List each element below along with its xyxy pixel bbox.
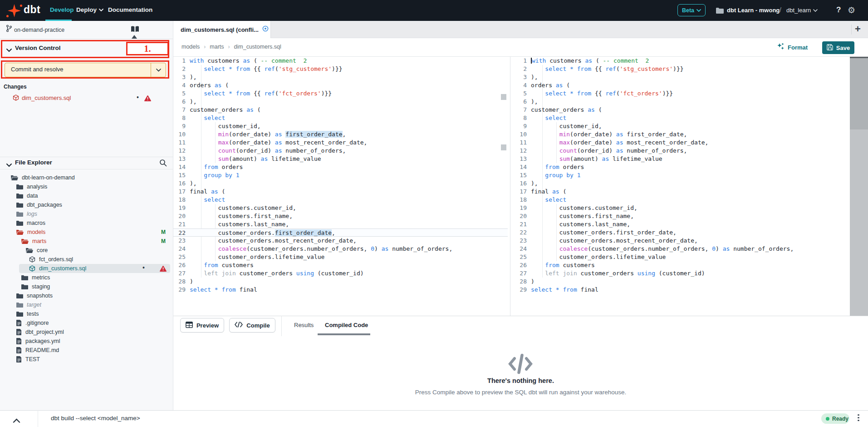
file-tree: dbt-learn-on-demandanalysisdatadbt_packa… [0,173,173,364]
nav-documentation[interactable]: Documentation [108,6,152,13]
tab-dim-customers[interactable]: dim_customers.sql (confli... [173,21,271,38]
tree-item-tests[interactable]: tests [0,309,173,318]
search-icon[interactable] [159,159,167,169]
code-line-6: 6), [515,98,848,106]
branch-name[interactable]: on-demand-practice [14,27,64,33]
format-label: Format [788,44,808,51]
tree-item-.gitignore[interactable]: .gitignore [0,318,173,328]
changes-header: Changes [4,84,27,90]
tree-item-macros[interactable]: macros [0,218,173,228]
code-editor-left-pane[interactable]: 1with customers as ( -- comment 22 selec… [173,57,508,316]
tree-item-label: TEST [25,356,40,362]
breadcrumb-item-dim_customers.sql[interactable]: dim_customers.sql [234,44,281,50]
code-line-22: 22 customer_orders.first_order_date, [173,228,508,237]
save-floppy-icon [827,44,833,52]
divider [851,25,852,35]
gear-icon[interactable]: ⚙ [848,5,855,15]
code-line-28: 28) [515,278,848,286]
nav-develop[interactable]: Develop [50,6,74,13]
tree-item-logs[interactable]: logs [0,209,173,218]
tree-item-label: dbt-learn-on-demand [22,174,75,181]
code-line-15: 15 group by 1 [173,171,508,179]
code-line-18: 18 select [515,196,848,204]
modified-badge: M [161,238,166,244]
code-icon [235,322,243,329]
tree-item-fct_orders.sql[interactable]: fct_orders.sql [0,255,173,264]
ready-status-badge[interactable]: Ready [821,413,849,424]
tree-item-dbt_packages[interactable]: dbt_packages [0,200,173,209]
line-number: 2 [515,65,531,73]
line-number: 25 [515,253,531,261]
tree-item-models[interactable]: modelsM [0,228,173,237]
version-control-header[interactable]: Version Control [15,45,61,51]
code-line-11: 11 max(order_date) as most_recent_order_… [515,139,848,147]
environment-selector[interactable]: dbt_learn [786,7,818,14]
tree-item-dbt_project.yml[interactable]: dbt_project.yml [0,328,173,337]
breadcrumb-item-marts[interactable]: marts [210,44,224,50]
tree-item-dbt-learn-on-demand[interactable]: dbt-learn-on-demand [0,173,173,182]
kebab-menu-icon[interactable] [858,413,859,422]
docs-book-icon[interactable] [131,26,139,35]
warning-icon [144,95,151,103]
breadcrumb-item-models[interactable]: models [181,44,200,50]
line-number: 16 [515,179,531,188]
line-number: 4 [173,81,190,89]
preview-button[interactable]: Preview [180,318,224,333]
tree-item-core[interactable]: core [0,246,173,255]
code-lines: 1with customers as ( -- comment 22 selec… [515,57,848,294]
line-number: 22 [173,229,190,236]
tree-item-marts[interactable]: martsM [0,237,173,246]
tree-item-data[interactable]: data [0,191,173,200]
tree-item-dim_customers.sql[interactable]: dim_customers.sql• [0,264,173,273]
tree-item-README.md[interactable]: README.md [0,346,173,355]
breadcrumb[interactable]: models›marts›dim_customers.sql [181,44,281,50]
command-input[interactable]: dbt build --select <model_name> [51,415,140,422]
file-explorer-header[interactable]: File Explorer [15,159,52,166]
nav-deploy[interactable]: Deploy [76,6,103,13]
new-tab-button[interactable]: + [855,23,861,35]
commit-dropdown-toggle[interactable] [151,63,166,77]
dbt-logo-icon[interactable] [8,4,21,17]
scrollbar-mark[interactable] [501,144,506,150]
chevron-up-icon[interactable] [13,417,20,425]
tree-item-analysis[interactable]: analysis [0,182,173,191]
line-number: 26 [515,261,531,269]
dbt-logo-text[interactable]: dbt [24,4,40,16]
compile-button[interactable]: Compile [229,318,275,333]
project-name[interactable]: dbt Learn - mwong [727,7,780,14]
code-line-25: 25 customer_orders.lifetime_value [173,253,508,261]
editor-scrollbar-thumb[interactable] [850,57,868,129]
help-icon[interactable]: ? [836,5,841,15]
code-line-4: 4orders as ( [173,81,508,89]
tree-item-snapshots[interactable]: snapshots [0,291,173,300]
tree-item-TEST[interactable]: TEST [0,355,173,364]
line-number: 24 [515,245,531,253]
tree-item-target[interactable]: target [0,300,173,309]
divider [0,169,173,169]
compiled-code-tab[interactable]: Compiled Code [325,322,368,328]
code-line-8: 8 select [173,114,508,122]
compile-label: Compile [246,322,270,329]
tree-item-metrics[interactable]: metrics [0,273,173,282]
preview-label: Preview [196,322,219,329]
save-button[interactable]: Save [822,41,854,54]
top-nav: dbt Develop Deploy Documentation Beta db… [0,0,868,21]
commit-button-label: Commit and resolve [11,66,64,73]
tree-item-label: target [27,302,41,308]
tree-item-staging[interactable]: staging [0,282,173,291]
results-tab[interactable]: Results [294,322,314,328]
line-number: 3 [173,73,190,81]
code-editor-right-pane[interactable]: 1with customers as ( -- comment 22 selec… [515,57,848,316]
beta-button[interactable]: Beta [677,4,706,16]
model-icon [13,94,19,103]
scrollbar-mark[interactable] [501,94,506,100]
line-number: 17 [173,188,190,196]
format-button[interactable]: Format [777,43,808,52]
folder-icon [21,275,28,281]
code-line-16: 16), [515,179,848,188]
tree-item-packages.yml[interactable]: packages.yml [0,337,173,346]
changed-file-dim_customers.sql[interactable]: dim_customers.sql• [0,92,173,104]
folder-icon [16,202,23,208]
code-line-15: 15 group by 1 [515,171,848,179]
tree-item-label: data [27,193,38,199]
